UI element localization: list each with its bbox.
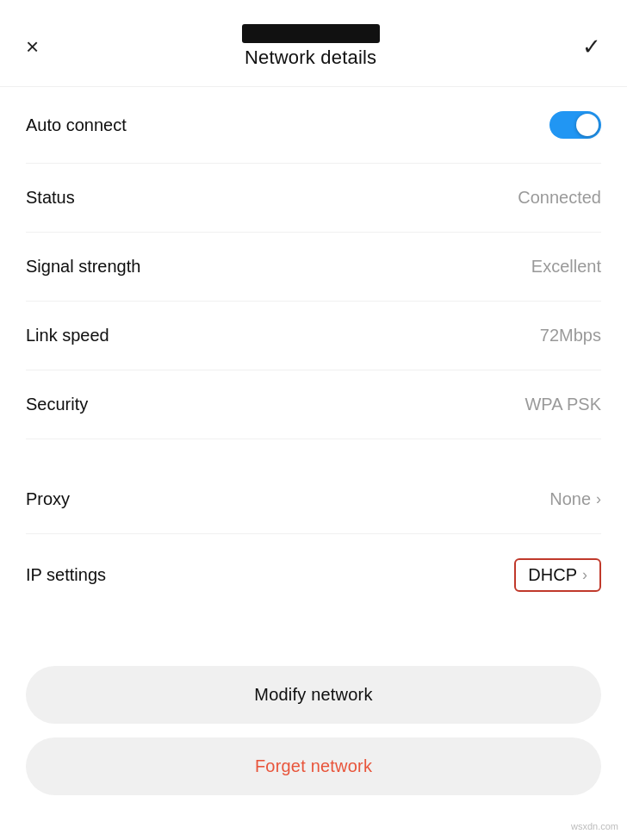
ip-settings-chevron-icon: › (582, 566, 587, 584)
auto-connect-toggle[interactable] (549, 111, 601, 139)
toggle-knob (576, 114, 599, 136)
ip-settings-row[interactable]: IP settings DHCP › (26, 534, 601, 616)
watermark: wsxdn.com (0, 821, 627, 840)
signal-strength-value: Excellent (531, 257, 601, 277)
page-title: Network details (245, 47, 376, 69)
confirm-button[interactable]: ✓ (582, 34, 601, 60)
ip-settings-value-box: DHCP › (514, 558, 601, 592)
signal-strength-label: Signal strength (26, 257, 140, 277)
phone-container: × Network details ✓ Auto connect Status … (0, 0, 627, 840)
header: × Network details ✓ (0, 0, 627, 87)
header-title-group: Network details (242, 24, 380, 69)
link-speed-row: Link speed 72Mbps (26, 302, 601, 370)
section-divider (26, 439, 601, 465)
security-value: WPA PSK (525, 395, 601, 414)
security-label: Security (26, 395, 88, 414)
auto-connect-row: Auto connect (26, 87, 601, 164)
proxy-label: Proxy (26, 489, 70, 509)
proxy-row[interactable]: Proxy None › (26, 465, 601, 534)
status-value: Connected (518, 188, 601, 208)
close-button[interactable]: × (26, 35, 39, 58)
status-row: Status Connected (26, 164, 601, 233)
ip-settings-label: IP settings (26, 565, 106, 585)
auto-connect-label: Auto connect (26, 115, 127, 135)
ip-settings-value: DHCP (528, 565, 577, 585)
settings-content: Auto connect Status Connected Signal str… (0, 87, 627, 649)
modify-network-button[interactable]: Modify network (26, 666, 601, 724)
ssid-redacted (242, 24, 380, 43)
proxy-chevron-icon: › (596, 490, 601, 508)
link-speed-label: Link speed (26, 326, 109, 345)
signal-strength-row: Signal strength Excellent (26, 233, 601, 302)
proxy-value-text: None (549, 489, 591, 509)
status-label: Status (26, 188, 75, 208)
security-row: Security WPA PSK (26, 370, 601, 439)
forget-network-button[interactable]: Forget network (26, 737, 601, 795)
buttons-section: Modify network Forget network (0, 649, 627, 821)
link-speed-value: 72Mbps (540, 326, 601, 345)
proxy-value: None › (549, 489, 601, 509)
